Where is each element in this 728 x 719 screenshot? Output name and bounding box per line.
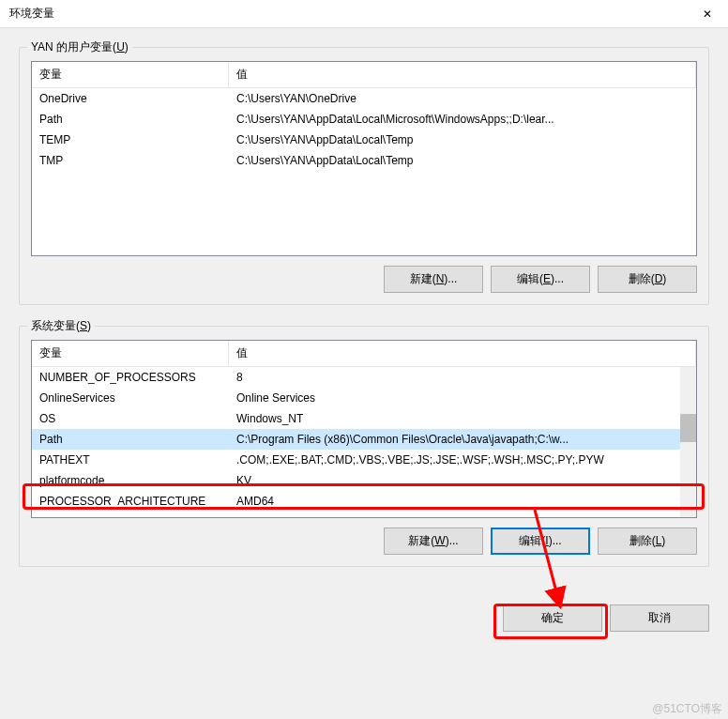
user-vars-groupbox: YAN 的用户变量(U) 变量 值 OneDrive C:\Users\YAN\… — [19, 47, 709, 305]
close-icon: ✕ — [703, 8, 712, 21]
column-header-value[interactable]: 值 — [229, 62, 696, 87]
watermark: @51CTO博客 — [652, 701, 722, 717]
user-vars-listview[interactable]: 变量 值 OneDrive C:\Users\YAN\OneDrive Path… — [31, 61, 697, 256]
var-name: OneDrive — [32, 90, 229, 107]
column-header-value[interactable]: 值 — [229, 341, 696, 366]
system-vars-body: NUMBER_OF_PROCESSORS 8 OnlineServices On… — [32, 367, 680, 518]
system-vars-listview[interactable]: 变量 值 NUMBER_OF_PROCESSORS 8 OnlineServic… — [31, 340, 697, 518]
dialog-title: 环境变量 — [9, 6, 54, 22]
list-item[interactable]: OneDrive C:\Users\YAN\OneDrive — [32, 88, 696, 109]
var-name: PATHEXT — [32, 451, 229, 468]
close-button[interactable]: ✕ — [686, 0, 728, 28]
list-item[interactable]: PROCESSOR_IDENTIFIER Intel64 Family 6 Mo… — [32, 512, 680, 518]
list-item[interactable]: Path C:\Users\YAN\AppData\Local\Microsof… — [32, 109, 696, 130]
var-name: platformcode — [32, 472, 229, 489]
user-vars-legend: YAN 的用户变量(U) — [27, 39, 132, 55]
var-value: C:\Program Files (x86)\Common Files\Orac… — [229, 431, 680, 448]
var-value: Intel64 Family 6 Model 158 Stepping 10, … — [229, 513, 680, 518]
list-item[interactable]: TEMP C:\Users\YAN\AppData\Local\Temp — [32, 130, 696, 150]
list-item[interactable]: NUMBER_OF_PROCESSORS 8 — [32, 367, 680, 388]
system-vars-legend: 系统变量(S) — [27, 318, 95, 334]
var-value: 8 — [229, 369, 680, 386]
column-header-variable[interactable]: 变量 — [32, 62, 229, 87]
user-edit-button[interactable]: 编辑(E)... — [491, 266, 590, 293]
var-name: PROCESSOR_IDENTIFIER — [32, 513, 229, 518]
list-item-path-selected[interactable]: Path C:\Program Files (x86)\Common Files… — [32, 429, 680, 450]
column-header-variable[interactable]: 变量 — [32, 341, 229, 366]
list-item[interactable]: TMP C:\Users\YAN\AppData\Local\Temp — [32, 150, 696, 171]
scrollbar-vertical[interactable] — [680, 367, 696, 517]
var-value: KV — [229, 472, 680, 489]
titlebar: 环境变量 ✕ — [0, 0, 728, 28]
scrollbar-thumb[interactable] — [680, 414, 696, 442]
list-item[interactable]: OS Windows_NT — [32, 408, 680, 429]
var-value: Windows_NT — [229, 410, 680, 427]
var-value: C:\Users\YAN\AppData\Local\Microsoft\Win… — [229, 111, 696, 128]
user-vars-header: 变量 值 — [32, 62, 696, 88]
var-name: OS — [32, 410, 229, 427]
var-value: Online Services — [229, 390, 680, 406]
user-new-button[interactable]: 新建(N)... — [384, 266, 483, 293]
var-name: Path — [32, 431, 229, 448]
var-value: C:\Users\YAN\OneDrive — [229, 90, 696, 107]
system-edit-button[interactable]: 编辑(I)... — [491, 528, 590, 555]
var-name: OnlineServices — [32, 390, 229, 406]
var-name: TMP — [32, 152, 229, 169]
var-value: .COM;.EXE;.BAT;.CMD;.VBS;.VBE;.JS;.JSE;.… — [229, 451, 680, 468]
system-vars-buttons: 新建(W)... 编辑(I)... 删除(L) — [31, 528, 697, 555]
system-new-button[interactable]: 新建(W)... — [384, 528, 483, 555]
var-name: Path — [32, 111, 229, 128]
system-delete-button[interactable]: 删除(L) — [598, 528, 697, 555]
user-vars-buttons: 新建(N)... 编辑(E)... 删除(D) — [31, 266, 697, 293]
list-item[interactable]: PATHEXT .COM;.EXE;.BAT;.CMD;.VBS;.VBE;.J… — [32, 450, 680, 470]
var-value: AMD64 — [229, 493, 680, 510]
user-delete-button[interactable]: 删除(D) — [598, 266, 697, 293]
var-name: NUMBER_OF_PROCESSORS — [32, 369, 229, 386]
dialog-buttons: 确定 取消 — [0, 604, 728, 643]
var-name: TEMP — [32, 131, 229, 148]
list-item[interactable]: platformcode KV — [32, 470, 680, 491]
cancel-button[interactable]: 取消 — [610, 604, 709, 632]
var-value: C:\Users\YAN\AppData\Local\Temp — [229, 131, 696, 148]
list-item[interactable]: OnlineServices Online Services — [32, 388, 680, 408]
var-name: PROCESSOR_ARCHITECTURE — [32, 493, 229, 510]
ok-button[interactable]: 确定 — [503, 604, 602, 632]
var-value: C:\Users\YAN\AppData\Local\Temp — [229, 152, 696, 169]
system-vars-groupbox: 系统变量(S) 变量 值 NUMBER_OF_PROCESSORS 8 Onli… — [19, 326, 709, 567]
user-vars-body: OneDrive C:\Users\YAN\OneDrive Path C:\U… — [32, 88, 696, 171]
system-vars-header: 变量 值 — [32, 341, 696, 367]
content-area: YAN 的用户变量(U) 变量 值 OneDrive C:\Users\YAN\… — [0, 28, 728, 597]
list-item[interactable]: PROCESSOR_ARCHITECTURE AMD64 — [32, 491, 680, 512]
